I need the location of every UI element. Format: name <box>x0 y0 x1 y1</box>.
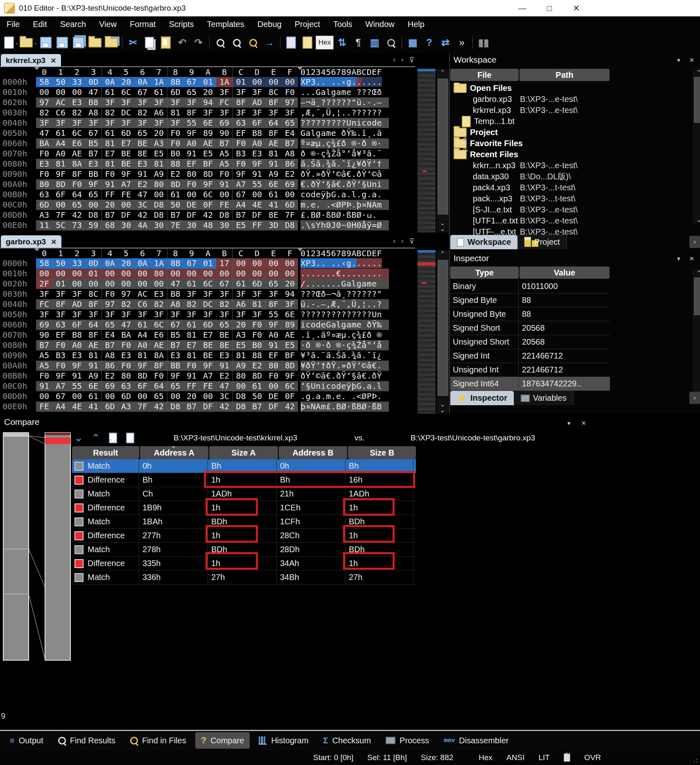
hex-byte[interactable]: 20 <box>233 320 249 330</box>
hex-byte[interactable]: 3F <box>265 289 282 299</box>
hex-byte[interactable]: 41 <box>85 402 102 412</box>
compare-row[interactable]: Match336h27h34Bh27h <box>72 571 416 584</box>
hex-byte[interactable]: 86 <box>282 159 298 169</box>
hex-byte[interactable]: 3F <box>216 309 233 320</box>
hex-byte[interactable]: 47 <box>36 128 52 138</box>
hex-byte[interactable]: FF <box>249 220 265 230</box>
hex-byte[interactable]: 91 <box>216 361 233 371</box>
hex-byte[interactable]: 6C <box>118 87 134 97</box>
hex-byte[interactable]: 20 <box>118 77 134 87</box>
hex-byte[interactable]: 42 <box>69 210 85 220</box>
row-text[interactable]: £.BØ·ßBØ·ßBØ·ߎ. <box>300 210 389 220</box>
hex-byte[interactable]: 00 <box>233 258 249 269</box>
row-text[interactable]: ·ð ®·ð ®·ç¾Žå°‘å <box>300 340 389 350</box>
hex-byte[interactable]: E3 <box>69 97 85 108</box>
hex-byte[interactable]: 01 <box>233 77 249 87</box>
replace-button[interactable] <box>228 34 245 52</box>
row-text[interactable]: ??????????????Un <box>300 309 389 320</box>
hex-byte[interactable]: A8 <box>85 108 102 118</box>
hex-byte[interactable]: 47 <box>167 279 183 289</box>
hex-byte[interactable]: 64 <box>151 381 167 391</box>
hex-byte[interactable]: FF <box>102 190 118 200</box>
hex-byte[interactable]: 91 <box>85 361 102 371</box>
hex-byte[interactable]: 81 <box>151 159 167 169</box>
hex-byte[interactable]: 00 <box>249 190 265 200</box>
hex-byte[interactable]: 50 <box>52 77 69 87</box>
hex-byte[interactable]: B7 <box>183 402 200 412</box>
tab-krkrrel.xp3[interactable]: krkrrel.xp3✕ <box>1 54 61 67</box>
hex-byte[interactable]: 8A <box>151 350 167 361</box>
save-all-button[interactable] <box>70 34 87 52</box>
hex-byte[interactable]: 4E <box>69 402 85 412</box>
hex-byte[interactable]: 00 <box>265 258 282 269</box>
inspector-row[interactable]: Unsigned Int221466712 <box>450 363 610 377</box>
row-text[interactable]: €.ðŸ‘§â€.ðŸ‘§Uni <box>300 179 389 190</box>
hex-byte[interactable]: F0 <box>249 320 265 330</box>
hex-byte[interactable]: F0 <box>183 179 200 190</box>
hex-byte[interactable]: 65 <box>282 118 298 128</box>
status-charset[interactable]: ANSI <box>506 753 524 762</box>
hex-byte[interactable]: 0A <box>102 258 118 269</box>
hex-byte[interactable]: 69 <box>102 381 118 391</box>
hex-byte[interactable]: 3F <box>118 97 134 108</box>
scroll-up-icon[interactable]: ⌃ <box>436 250 449 257</box>
hex-byte[interactable]: 3F <box>249 108 265 118</box>
hex-byte[interactable]: 81 <box>85 350 102 361</box>
hex-byte[interactable]: FE <box>118 190 134 200</box>
hex-byte[interactable]: B7 <box>249 402 265 412</box>
hex-byte[interactable]: 00 <box>282 77 298 87</box>
hex-byte[interactable]: C6 <box>134 299 151 309</box>
hex-byte[interactable]: 61 <box>167 190 183 200</box>
hex-byte[interactable]: 50 <box>167 200 183 210</box>
column-type[interactable]: Type <box>450 266 519 279</box>
hex-byte[interactable]: 3F <box>52 309 69 320</box>
hex-byte[interactable]: DF <box>200 402 216 412</box>
hex-byte[interactable]: 00 <box>134 279 151 289</box>
hex-byte[interactable]: 3C <box>216 391 233 402</box>
inspector-row[interactable]: Unsigned Short20568 <box>450 335 610 349</box>
hex-byte[interactable]: 82 <box>134 108 151 118</box>
column-file[interactable]: File <box>450 69 519 81</box>
hex-byte[interactable]: 3F <box>69 289 85 299</box>
tab-inspector[interactable]: ⚡Inspector <box>450 391 514 405</box>
hex-byte[interactable]: 00 <box>167 391 183 402</box>
hex-byte[interactable]: B5 <box>85 138 102 149</box>
hex-byte[interactable]: 80 <box>36 179 52 190</box>
hex-byte[interactable]: 00 <box>102 269 118 279</box>
menu-search[interactable]: Search <box>54 20 93 29</box>
hex-byte[interactable]: 3D <box>265 220 282 230</box>
workspace-item[interactable]: pack4.xp3B:\XP3-...t-test\ <box>450 182 700 193</box>
hex-byte[interactable]: EF <box>52 330 69 340</box>
compare-column-result[interactable]: Result <box>72 446 139 459</box>
hex-byte[interactable]: 7F <box>134 402 151 412</box>
hex-byte[interactable]: 3F <box>233 87 249 97</box>
hex-byte[interactable]: 6D <box>118 391 134 402</box>
workspace-item[interactable]: [S-JI...e.txtB:\XP3-...e-test\ <box>450 204 700 215</box>
menu-window[interactable]: Window <box>359 20 401 29</box>
hex-byte[interactable]: 81 <box>183 330 200 340</box>
hex-byte[interactable]: 00 <box>151 279 167 289</box>
hex-byte[interactable]: 63 <box>118 381 134 391</box>
hex-byte[interactable]: 3F <box>52 289 69 299</box>
hex-byte[interactable]: BB <box>167 361 183 371</box>
hex-byte[interactable]: B3 <box>52 350 69 361</box>
hex-byte[interactable]: 6E <box>282 309 298 320</box>
hex-byte[interactable]: 63 <box>52 320 69 330</box>
hex-byte[interactable]: B7 <box>216 138 233 149</box>
bottom-tab-find-results[interactable]: Find Results <box>52 733 121 748</box>
hex-byte[interactable]: DC <box>118 108 134 118</box>
hex-byte[interactable]: 55 <box>183 118 200 128</box>
hex-byte[interactable]: 81 <box>183 350 200 361</box>
compare-row[interactable]: Match0hBh0hBh <box>72 459 416 473</box>
hex-byte[interactable]: 6C <box>200 279 216 289</box>
hex-byte[interactable]: F0 <box>183 361 200 371</box>
hex-byte[interactable]: 11 <box>36 220 52 230</box>
hex-byte[interactable]: 65 <box>265 279 282 289</box>
hex-byte[interactable]: 61 <box>183 320 200 330</box>
hex-byte[interactable]: 8F <box>69 169 85 179</box>
hex-byte[interactable]: 00 <box>36 391 52 402</box>
hex-byte[interactable]: 9F <box>52 371 69 381</box>
hex-byte[interactable]: 91 <box>265 340 282 350</box>
hex-byte[interactable]: 68 <box>102 220 118 230</box>
hex-byte[interactable]: BE <box>118 159 134 169</box>
